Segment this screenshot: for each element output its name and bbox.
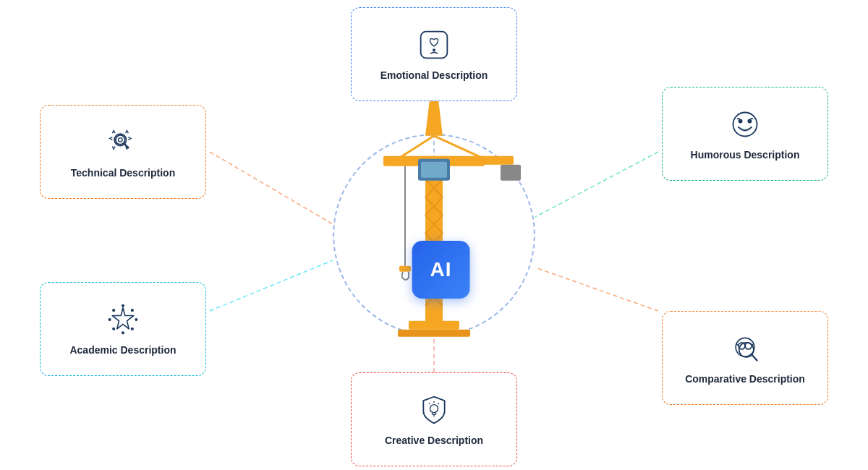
svg-line-56 xyxy=(752,354,757,360)
card-technical[interactable]: Technical Description xyxy=(40,105,206,199)
svg-rect-33 xyxy=(421,32,448,59)
svg-line-61 xyxy=(438,403,439,403)
svg-line-62 xyxy=(429,403,430,403)
svg-line-2 xyxy=(535,152,658,217)
academic-label: Academic Description xyxy=(69,344,176,356)
svg-line-1 xyxy=(210,152,333,224)
svg-rect-32 xyxy=(398,330,470,337)
svg-rect-25 xyxy=(477,156,514,165)
svg-rect-28 xyxy=(421,162,447,178)
heart-face-icon xyxy=(417,27,451,62)
ai-label: AI xyxy=(430,258,452,281)
svg-point-49 xyxy=(113,309,115,312)
svg-point-57 xyxy=(739,343,754,357)
laugh-face-icon xyxy=(728,107,762,142)
creative-label: Creative Description xyxy=(385,435,483,446)
svg-line-23 xyxy=(398,136,434,159)
svg-point-44 xyxy=(135,319,137,321)
svg-point-42 xyxy=(122,304,124,307)
svg-line-4 xyxy=(535,268,658,311)
svg-rect-26 xyxy=(501,165,521,181)
gear-search-icon xyxy=(106,125,140,160)
card-comparative[interactable]: Comparative Description xyxy=(662,311,828,405)
comparative-label: Comparative Description xyxy=(685,373,805,385)
svg-point-43 xyxy=(131,309,133,312)
star-settings-icon xyxy=(106,302,140,337)
card-emotional[interactable]: Emotional Description xyxy=(351,7,517,101)
svg-point-45 xyxy=(131,328,133,330)
svg-marker-41 xyxy=(112,308,133,329)
svg-rect-31 xyxy=(409,321,459,330)
svg-line-3 xyxy=(210,260,333,311)
svg-point-36 xyxy=(119,138,123,142)
diagram-container: AI Emotional Description xyxy=(0,0,868,470)
svg-point-58 xyxy=(430,405,438,413)
ai-badge: AI xyxy=(412,241,470,299)
svg-point-40 xyxy=(748,119,752,123)
card-creative[interactable]: Creative Description xyxy=(351,372,517,466)
emotional-label: Emotional Description xyxy=(380,69,488,81)
svg-point-48 xyxy=(109,319,111,321)
svg-point-38 xyxy=(733,113,757,137)
svg-point-47 xyxy=(113,328,115,330)
shield-bulb-icon xyxy=(417,393,451,427)
card-humorous[interactable]: Humorous Description xyxy=(662,87,828,181)
svg-line-54 xyxy=(736,344,739,346)
card-academic[interactable]: Academic Description xyxy=(40,282,206,376)
svg-marker-24 xyxy=(425,100,443,136)
svg-point-34 xyxy=(433,49,435,51)
svg-point-46 xyxy=(122,332,124,334)
search-glasses-icon xyxy=(728,331,762,366)
svg-point-39 xyxy=(739,119,742,123)
svg-line-22 xyxy=(434,136,485,159)
technical-label: Technical Description xyxy=(71,167,175,179)
humorous-label: Humorous Description xyxy=(691,149,800,161)
